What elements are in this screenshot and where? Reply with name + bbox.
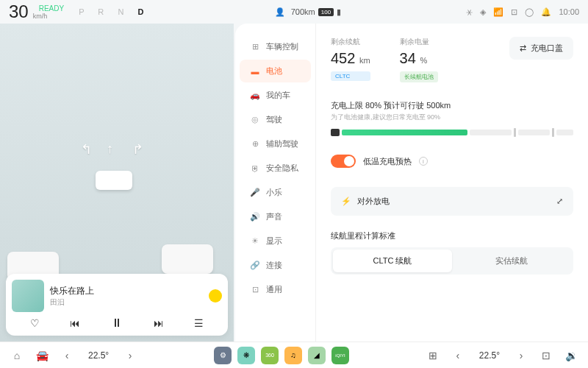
volume-icon[interactable]: 🔉 [563,347,579,364]
preheat-toggle[interactable] [331,155,356,168]
like-button[interactable]: ♡ [30,317,40,329]
sidebar-item-vehicle-control[interactable]: ⊞车辆控制 [240,35,311,58]
defrost-icon[interactable]: ⊡ [538,347,554,364]
app-360-icon[interactable]: 360 [261,347,279,364]
bottom-bar: ⌂ 🚘 ‹ 22.5° › ⚙ ❋ 360 ♫ ◢ iQIYI ⊞ ‹ 22.5… [0,342,588,368]
temp-up-icon[interactable]: › [122,347,138,364]
bluetooth-icon[interactable]: ⚹ [466,7,473,17]
seg-actual[interactable]: 实估续航 [452,250,571,272]
music-card[interactable]: 快乐在路上 田汩 ♡ ⏮ ⏸ ⏭ ☰ [6,274,228,336]
plug-icon: ⚡ [341,197,351,206]
profile-icon[interactable]: 👤 [275,7,285,17]
sidebar-item-assistant[interactable]: 🎤小乐 [240,181,311,204]
settings-sidebar: ⊞车辆控制 ▬电池 🚗我的车 ◎驾驶 ⊕辅助驾驶 ⛨安全隐私 🎤小乐 🔊声音 ☀… [235,24,316,342]
sidebar-item-battery[interactable]: ▬电池 [240,60,311,82]
preheat-label: 低温充电预热 [363,156,412,167]
temp-right[interactable]: 22.5° [475,350,504,361]
album-art [12,280,44,312]
seg-cltc[interactable]: CLTC 续航 [333,250,452,272]
speed-value: 30 [9,1,29,22]
playlist-button[interactable]: ☰ [194,317,204,329]
sidebar-item-connect[interactable]: 🔗连接 [240,254,311,277]
range-indicator: 700km 100 ▮ [291,7,341,17]
music-source-icon[interactable] [209,289,222,302]
sidebar-item-display[interactable]: ☀显示 [240,230,311,252]
charge-limit-title: 充电上限 80% 预计可行驶 500km [331,100,573,111]
sidebar-item-general[interactable]: ⊡通用 [240,278,311,301]
range-std-label: 续航里程计算标准 [331,230,573,241]
sidebar-item-security[interactable]: ⛨安全隐私 [240,157,311,180]
driving-view: ↰ ↑ ↱ 快乐在路上 田汩 ♡ ⏮ ⏸ ⏭ ☰ [0,24,234,342]
home-icon[interactable]: ⌂ [9,347,25,364]
wifi-icon[interactable]: ◈ [480,7,486,17]
sidebar-item-my-car[interactable]: 🚗我的车 [240,84,311,107]
shield-icon[interactable]: ◯ [525,7,534,17]
settings-content: 剩余续航 452 km CLTC 剩余电量 34 % 长续航电池 ⇄ 充电口盖 … [316,24,588,342]
temp-down-r-icon[interactable]: ‹ [450,347,466,364]
app-climate-icon[interactable]: ❋ [237,347,255,364]
temp-down-icon[interactable]: ‹ [59,347,75,364]
discharge-button[interactable]: ⚡对外放电 ⤢ [331,187,573,216]
soc-label: 剩余电量 [400,37,438,47]
soc-value: 34 % [400,50,438,67]
gear-indicator: P R N D [79,7,149,16]
charge-limit-slider[interactable] [331,130,573,135]
clock: 10:00 [559,7,579,16]
sidebar-item-sound[interactable]: 🔊声音 [240,205,311,228]
range-value: 452 km [331,50,370,67]
app-music-icon[interactable]: ♫ [284,347,302,364]
cltc-badge: CLTC [331,71,370,81]
pause-button[interactable]: ⏸ [111,316,123,330]
ego-vehicle [96,171,132,190]
battery-type-badge: 长续航电池 [400,71,438,82]
app-iqiyi-icon[interactable]: iQIYI [331,347,349,364]
prev-button[interactable]: ⏮ [70,317,80,329]
other-vehicle [162,244,213,274]
range-std-segment[interactable]: CLTC 续航 实估续航 [331,247,573,275]
signal-icon[interactable]: 📶 [493,7,503,17]
charge-limit-sub: 为了电池健康,建议您日常充电至 90% [331,113,573,122]
car-icon[interactable]: 🚘 [34,347,50,364]
temp-left[interactable]: 22.5° [84,350,113,361]
temp-up-r-icon[interactable]: › [513,347,529,364]
expand-icon: ⤢ [556,197,563,206]
charge-port-button[interactable]: ⇄ 充电口盖 [509,37,573,60]
speed-unit: km/h [33,13,71,20]
swap-icon: ⇄ [520,43,526,53]
sidebar-item-adas[interactable]: ⊕辅助驾驶 [240,132,311,155]
ready-status: READY [39,4,64,13]
range-label: 剩余续航 [331,37,370,47]
dashcam-icon[interactable]: ⊡ [511,7,517,17]
next-button[interactable]: ⏭ [154,317,164,329]
app-settings-icon[interactable]: ⚙ [214,347,232,364]
app-nav-icon[interactable]: ◢ [308,347,326,364]
music-artist: 田汩 [50,297,203,308]
music-title: 快乐在路上 [50,285,203,297]
sidebar-item-driving[interactable]: ◎驾驶 [240,108,311,131]
bell-icon[interactable]: 🔔 [541,7,551,17]
info-icon[interactable]: i [419,157,428,166]
apps-icon[interactable]: ⊞ [425,347,441,364]
